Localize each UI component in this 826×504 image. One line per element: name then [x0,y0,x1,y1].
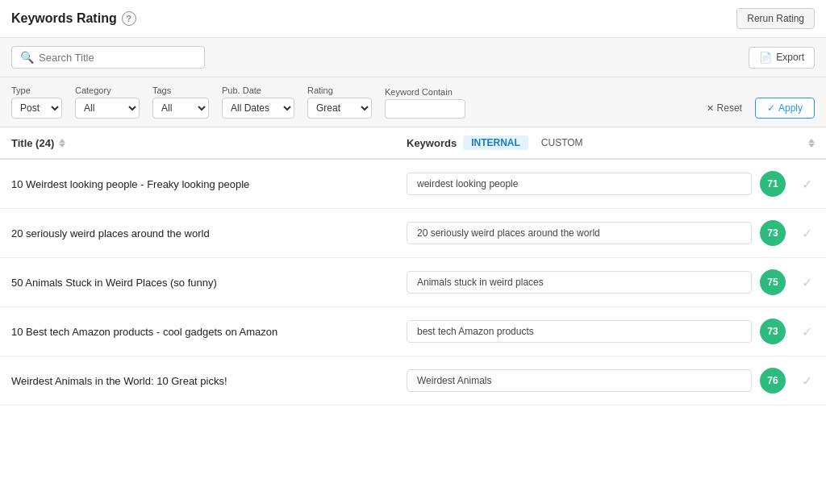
search-input-wrap: 🔍 [11,46,205,69]
filter-tags-label: Tags [152,85,209,95]
reset-icon: ✕ [707,103,714,114]
keyword-box[interactable]: best tech Amazon products [407,320,752,343]
score-badge: 71 [760,171,786,197]
tab-custom-button[interactable]: CUSTOM [535,135,590,150]
col-keywords-label: Keywords [407,137,457,149]
filter-keyword-contain-input[interactable] [385,99,465,119]
keyword-box[interactable]: Animals stuck in weird places [407,271,752,294]
filter-tags-select[interactable]: All [152,98,209,119]
row-title: 20 seriously weird places around the wor… [11,227,407,240]
row-action-icon[interactable]: ✓ [799,275,815,290]
filter-category-label: Category [75,85,140,95]
row-action-icon[interactable]: ✓ [799,324,815,339]
export-label: Export [776,52,804,63]
filters-bar: Type Post Page All Category All Tags All… [0,77,826,127]
table-row: 10 Weirdest looking people - Freaky look… [0,160,826,209]
search-icon: 🔍 [20,51,34,64]
filter-pubdate-label: Pub. Date [222,85,294,95]
filter-actions: ✕ Reset ✓ Apply [700,98,815,119]
search-input[interactable] [39,52,196,64]
row-title: 10 Weirdest looking people - Freaky look… [11,178,407,190]
row-title: 10 Best tech Amazon products - cool gadg… [11,326,407,338]
col-keywords-header: Keywords INTERNAL CUSTOM [407,135,815,150]
filter-pubdate: Pub. Date All Dates [222,85,294,119]
page-header: Keywords Rating ? Rerun Rating [0,0,826,38]
apply-button[interactable]: ✓ Apply [755,98,815,119]
filter-keyword-contain: Keyword Contain [385,87,465,119]
help-icon[interactable]: ? [122,11,136,26]
table-row: Weirdest Animals in the World: 10 Great … [0,356,826,406]
sort-up-icon [59,139,65,143]
table-row: 20 seriously weird places around the wor… [0,209,826,258]
kw-sort-down-icon [808,144,815,148]
page-title-text: Keywords Rating [11,11,117,26]
search-bar: 🔍 📄 Export [0,38,826,77]
tab-internal-button[interactable]: INTERNAL [463,135,528,150]
main-table: Title (24) Keywords INTERNAL CUSTOM 10 W… [0,127,826,406]
filter-rating-select[interactable]: Great Good OK Poor [307,98,372,119]
sort-down-icon [59,144,65,148]
row-action-icon[interactable]: ✓ [799,226,815,241]
keyword-box[interactable]: Weirdest Animals [407,369,752,392]
filter-pubdate-select[interactable]: All Dates [222,98,294,119]
col-title-header: Title (24) [11,137,407,149]
filter-tags: Tags All [152,85,209,119]
col-title-label: Title (24) [11,137,54,149]
reset-label: Reset [717,102,742,114]
keyword-box[interactable]: 20 seriously weird places around the wor… [407,222,752,244]
title-sort-icon[interactable] [59,139,65,148]
filter-keyword-contain-label: Keyword Contain [385,87,465,97]
page-title: Keywords Rating ? [11,11,136,26]
filter-category: Category All [75,85,140,119]
filter-type: Type Post Page All [11,85,62,119]
keywords-sort-icon[interactable] [808,139,815,148]
row-keywords: weirdest looking people 71 ✓ [407,171,815,197]
row-title: Weirdest Animals in the World: 10 Great … [11,375,407,387]
filter-type-select[interactable]: Post Page All [11,98,62,119]
row-keywords: Animals stuck in weird places 75 ✓ [407,269,815,295]
filter-type-label: Type [11,85,62,95]
score-badge: 75 [760,269,786,295]
apply-label: Apply [778,102,803,114]
table-body: 10 Weirdest looking people - Freaky look… [0,160,826,406]
table-row: 10 Best tech Amazon products - cool gadg… [0,307,826,356]
export-button[interactable]: 📄 Export [749,47,815,69]
row-keywords: 20 seriously weird places around the wor… [407,220,815,246]
row-keywords: best tech Amazon products 73 ✓ [407,319,815,344]
export-icon: 📄 [759,52,772,64]
row-title: 50 Animals Stuck in Weird Places (so fun… [11,277,407,289]
filter-category-select[interactable]: All [75,98,140,119]
table-header: Title (24) Keywords INTERNAL CUSTOM [0,127,826,160]
filter-rating-label: Rating [307,85,372,95]
kw-sort-up-icon [808,139,815,143]
keyword-box[interactable]: weirdest looking people [407,173,752,195]
row-action-icon[interactable]: ✓ [799,373,815,389]
apply-check-icon: ✓ [767,102,775,114]
table-row: 50 Animals Stuck in Weird Places (so fun… [0,258,826,307]
reset-button[interactable]: ✕ Reset [700,99,749,117]
filter-rating: Rating Great Good OK Poor [307,85,372,119]
row-action-icon[interactable]: ✓ [799,177,815,192]
row-keywords: Weirdest Animals 76 ✓ [407,368,815,394]
rerun-rating-button[interactable]: Rerun Rating [736,8,815,29]
score-badge: 73 [760,220,786,246]
score-badge: 76 [760,368,786,394]
score-badge: 73 [760,319,786,344]
